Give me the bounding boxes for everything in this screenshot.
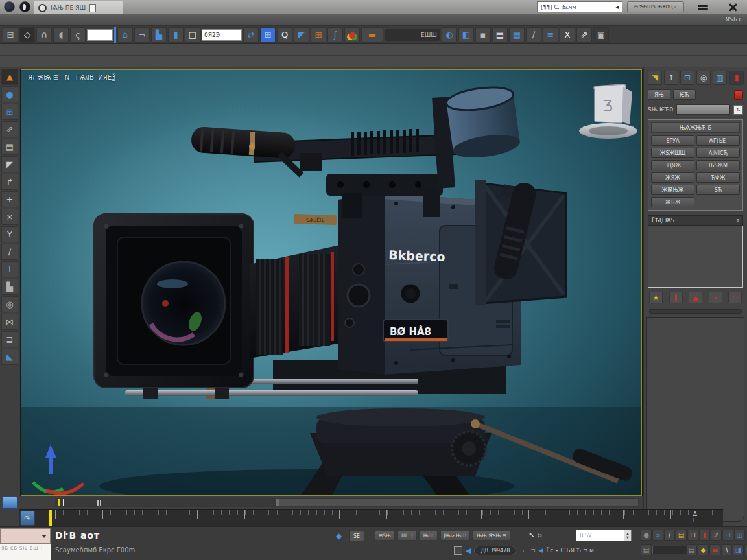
history-icon[interactable] <box>38 4 47 12</box>
primitive-button[interactable]: ЗЦЯЖ <box>651 160 694 170</box>
select-object-icon[interactable]: ⊟ <box>3 27 18 43</box>
app-eye-icon[interactable] <box>19 1 30 12</box>
lasso-icon[interactable]: ∩ <box>36 27 52 43</box>
render-setup-icon[interactable]: ◐ <box>442 27 457 43</box>
primitive-button[interactable]: ЕРУА <box>651 135 694 146</box>
cone-icon[interactable]: ▲ <box>1 69 18 85</box>
layer-dropdown[interactable]: ЕШШ <box>385 29 440 41</box>
track-range[interactable] <box>56 499 279 506</box>
red-dash-icon[interactable]: ▬ <box>709 544 720 555</box>
status-button[interactable]: Ш : | <box>397 531 417 541</box>
pen-slash-icon[interactable]: ∕ <box>664 530 675 541</box>
page-icon[interactable]: ▤ <box>492 27 508 43</box>
primitive-button[interactable]: ѦГ)ѢЕ- <box>696 135 740 146</box>
ruler-end-marker[interactable]: Δ <box>693 511 697 517</box>
dropdown-side-button[interactable]: ъ <box>733 105 743 115</box>
arrow-tool-icon[interactable]: ↖ <box>528 531 534 539</box>
primitive-button[interactable]: ЖЋЖ <box>651 197 694 207</box>
track-playhead[interactable] <box>58 499 60 506</box>
zoom-cube-icon[interactable]: ◨ <box>733 544 744 555</box>
prev-frame-icon[interactable]: ◀ <box>539 547 543 554</box>
grid-object-icon[interactable]: ⊞ <box>1 104 18 120</box>
isolate-icon[interactable]: ◆ <box>336 531 342 541</box>
pin-stack-icon[interactable]: ★ <box>649 292 663 303</box>
status-button[interactable]: ⊞ЅЊ <box>375 531 395 541</box>
curve-hook-icon[interactable]: ʃ <box>327 27 343 43</box>
rollout-divider[interactable] <box>649 309 742 314</box>
add-icon[interactable]: + <box>1 191 18 207</box>
primitive-button[interactable]: ЊЅЖМ <box>696 160 740 170</box>
window-minus-icon[interactable]: ⊟ <box>687 530 698 541</box>
line-tool-icon[interactable]: ∕ <box>1 244 18 260</box>
region-box-icon[interactable]: □ <box>185 27 200 43</box>
render-frame-icon[interactable]: ◧ <box>458 27 474 43</box>
grid-snap-icon[interactable]: ▦ <box>509 27 525 43</box>
create-tab-icon[interactable]: ◥ <box>648 71 662 85</box>
status-button[interactable]: ЊЊ ЯѢЊ ⊟ <box>473 531 510 541</box>
frame-number-spinner[interactable]: В ЅѴ ▲ ▼ <box>576 530 632 541</box>
viewport[interactable]: Я≀ ѬѨ ⊞ Ν ГѦ\ΙВ ИЯЕѮ <box>21 69 642 496</box>
window-frame-icon[interactable]: ⊞ <box>311 27 326 43</box>
set-key-dot-icon[interactable]: ● <box>641 530 652 541</box>
make-unique-icon[interactable]: • <box>709 292 722 303</box>
white-slash-icon[interactable]: ∖ <box>721 544 732 555</box>
status-button[interactable]: ЊШ <box>420 531 438 541</box>
close-button[interactable] <box>728 2 739 13</box>
spinner-arrows[interactable]: ▲ ▼ <box>624 530 631 541</box>
mirror-icon[interactable]: ⇄ <box>243 27 259 43</box>
pen-arrow-icon[interactable]: ⇗ <box>711 530 722 541</box>
lens-icon[interactable]: ◎ <box>1 296 18 312</box>
panel-small-icon[interactable]: ▤ <box>641 544 652 555</box>
wedge-icon[interactable]: ◣ <box>1 349 18 365</box>
selection-lock-button[interactable]: ЅЕ <box>349 531 364 541</box>
capsule-icon[interactable]: ▬ <box>361 27 383 43</box>
branch-icon[interactable]: Y <box>1 226 18 242</box>
q-select-icon[interactable]: Q <box>277 27 292 43</box>
minimize-button[interactable] <box>698 4 709 12</box>
search-dropdown-icon[interactable]: ◂ <box>615 4 619 10</box>
redirect-icon[interactable]: ↱ <box>1 174 18 190</box>
transform-values[interactable]: Ёс ∙ Є ЬЯ Ѣ ⊐ м <box>546 547 593 554</box>
chat-icon[interactable]: ⊡ <box>722 530 733 541</box>
primitive-button[interactable]: ΛЈΝΊСЂ <box>696 148 740 158</box>
select-region-icon[interactable]: ◇ <box>19 27 35 43</box>
paint-select-icon[interactable]: ◖ <box>53 27 69 43</box>
furniture-icon[interactable]: ▙ <box>151 27 167 43</box>
viewport-label[interactable]: Я≀ ѬѨ ⊞ Ν ГѦ\ΙВ ИЯЕѮ <box>28 74 115 81</box>
mode-tab-1[interactable]: ЯЊ <box>648 89 670 100</box>
primitive-button[interactable]: ЋѰЖ <box>696 172 740 183</box>
auto-key-icon[interactable]: ∞ <box>652 530 663 541</box>
utilities-tab-icon[interactable]: ▮ <box>729 71 744 85</box>
snap-house-icon[interactable]: ⌂ <box>117 27 133 43</box>
app-menu-icon[interactable] <box>4 1 15 12</box>
maxscript-listener-dropdown[interactable] <box>0 528 51 544</box>
offset-mode-icon[interactable]: ⊐ <box>530 547 536 554</box>
new-file-icon[interactable] <box>89 4 96 12</box>
motion-tab-icon[interactable]: ◎ <box>696 71 711 85</box>
object-type-dropdown[interactable] <box>676 104 730 115</box>
hierarchy-tab-icon[interactable]: ⊡ <box>680 71 694 85</box>
transform-icon[interactable]: ⇗ <box>1 121 18 137</box>
quick-access-tab[interactable]: ІѦЊ ПЕ ЯШ <box>34 1 123 14</box>
grid-checkbox[interactable] <box>454 546 462 555</box>
selection-filter-input[interactable] <box>87 29 113 41</box>
primitive-button[interactable]: ЖЅЖШЩ <box>651 148 694 158</box>
pan-arrow-icon[interactable]: ◀ <box>744 544 747 555</box>
primitive-button[interactable]: ЖѬЊЖ <box>651 185 694 195</box>
record-button[interactable] <box>734 90 743 100</box>
key-yellow-icon[interactable]: ◆ <box>698 544 709 555</box>
key-filter-icon[interactable]: ↷ <box>20 511 35 526</box>
spreadsheet-icon[interactable]: ▤ <box>1 139 18 155</box>
buildings-icon[interactable]: ▙ <box>1 279 18 295</box>
track-groove[interactable] <box>55 498 639 507</box>
x-tool-icon[interactable]: X <box>560 27 575 43</box>
bowtie-icon[interactable]: ⋈ <box>1 314 18 330</box>
grid-panel-icon[interactable]: ⊞ <box>260 27 276 43</box>
curve-select-icon[interactable]: ς <box>70 27 86 43</box>
ladder-icon[interactable]: ≡ <box>543 27 558 43</box>
spin-down-icon[interactable]: ▼ <box>626 535 629 539</box>
small-flag-icon[interactable]: ▪ <box>475 27 491 43</box>
toolbar-divider[interactable] <box>114 27 116 43</box>
door-icon[interactable]: ▮ <box>168 27 184 43</box>
delete-icon[interactable]: × <box>1 209 18 225</box>
